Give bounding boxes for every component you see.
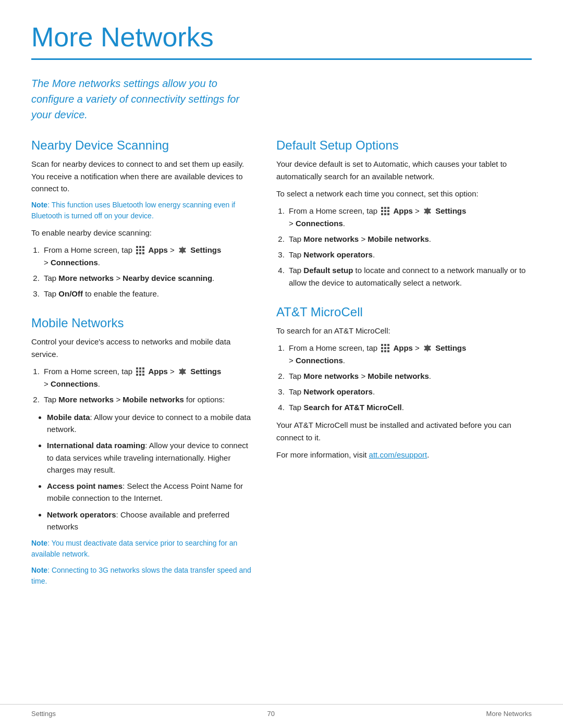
svg-rect-26 bbox=[381, 213, 383, 215]
note-3g: Note: Connecting to 3G networks slows th… bbox=[31, 565, 255, 587]
settings-label: Settings bbox=[190, 245, 221, 254]
nearby-step-2: Tap More networks > Nearby device scanni… bbox=[42, 272, 255, 285]
att-step-3: Tap Network operators. bbox=[287, 386, 532, 398]
svg-rect-16 bbox=[136, 374, 138, 376]
nearby-steps-intro: To enable nearby device scanning: bbox=[31, 227, 255, 239]
nearby-note: Note: This function uses Bluetooth low e… bbox=[31, 200, 255, 221]
svg-rect-6 bbox=[136, 252, 138, 254]
svg-rect-5 bbox=[142, 249, 144, 251]
svg-rect-8 bbox=[142, 252, 144, 254]
svg-rect-27 bbox=[384, 213, 386, 215]
svg-rect-38 bbox=[387, 350, 389, 352]
svg-rect-21 bbox=[384, 207, 386, 209]
ds-step-3: Tap Network operators. bbox=[287, 249, 532, 261]
att-desc1: Your AT&T MicroCell must be installed an… bbox=[276, 419, 532, 443]
two-col-layout: Nearby Device Scanning Scan for nearby d… bbox=[31, 138, 532, 592]
apps-icon bbox=[136, 245, 145, 255]
right-column: Default Setup Options Your device defaul… bbox=[276, 138, 532, 592]
intro-text: The More networks settings allow you to … bbox=[31, 76, 250, 122]
nearby-step-3: Tap On/Off to enable the feature. bbox=[42, 288, 255, 300]
settings-icon bbox=[178, 245, 187, 255]
svg-rect-1 bbox=[139, 246, 141, 248]
att-step-1: From a Home screen, tap Apps > Settings … bbox=[287, 342, 532, 367]
svg-rect-11 bbox=[139, 367, 141, 369]
default-setup-desc1: Your device default is set to Automatic,… bbox=[276, 158, 532, 182]
ds-step-1: From a Home screen, tap Apps > Settings … bbox=[287, 205, 532, 230]
default-setup-desc2: To select a network each time you connec… bbox=[276, 188, 532, 200]
intl-roaming-item: International data roaming: Allow your d… bbox=[47, 439, 255, 476]
nearby-steps-list: From a Home screen, tap Apps > Settings … bbox=[42, 244, 255, 300]
left-column: Nearby Device Scanning Scan for nearby d… bbox=[31, 138, 255, 592]
access-point-item: Access point names: Select the Access Po… bbox=[47, 480, 255, 504]
apps-icon-2 bbox=[136, 367, 145, 376]
svg-rect-23 bbox=[381, 210, 383, 212]
svg-rect-12 bbox=[142, 367, 144, 369]
att-steps: From a Home screen, tap Apps > Settings … bbox=[287, 342, 532, 414]
att-step-2: Tap More networks > Mobile networks. bbox=[287, 370, 532, 382]
svg-rect-32 bbox=[387, 344, 389, 346]
svg-rect-17 bbox=[139, 374, 141, 376]
note-deactivate: Note: You must deactivate data service p… bbox=[31, 538, 255, 560]
settings-icon-2 bbox=[178, 367, 187, 376]
mobile-steps-list: From a Home screen, tap Apps > Settings … bbox=[42, 365, 255, 406]
nearby-desc: Scan for nearby devices to connect to an… bbox=[31, 158, 255, 194]
apps-icon-4 bbox=[381, 343, 390, 353]
svg-rect-18 bbox=[142, 374, 144, 376]
svg-rect-2 bbox=[142, 246, 144, 248]
svg-rect-7 bbox=[139, 252, 141, 254]
ds-step-4: Tap Default setup to locate and connect … bbox=[287, 264, 532, 289]
svg-rect-13 bbox=[136, 371, 138, 373]
apps-icon-3 bbox=[381, 206, 390, 216]
svg-rect-34 bbox=[384, 347, 386, 349]
page-container: More Networks The More networks settings… bbox=[0, 0, 563, 728]
svg-rect-28 bbox=[387, 213, 389, 215]
ds-step-2: Tap More networks > Mobile networks. bbox=[287, 233, 532, 245]
svg-rect-22 bbox=[387, 207, 389, 209]
svg-rect-14 bbox=[139, 371, 141, 373]
network-operators-item: Network operators: Choose available and … bbox=[47, 509, 255, 533]
mobile-data-item: Mobile data: Allow your device to connec… bbox=[47, 411, 255, 436]
svg-rect-35 bbox=[387, 347, 389, 349]
default-setup-steps: From a Home screen, tap Apps > Settings … bbox=[287, 205, 532, 289]
svg-rect-30 bbox=[381, 344, 383, 346]
svg-rect-10 bbox=[136, 367, 138, 369]
mobile-step-2: Tap More networks > Mobile networks for … bbox=[42, 393, 255, 406]
footer-center: 70 bbox=[267, 710, 275, 718]
svg-rect-37 bbox=[384, 350, 386, 352]
svg-rect-0 bbox=[136, 246, 138, 248]
mobile-desc: Control your device's access to networks… bbox=[31, 336, 255, 360]
section-title-att: AT&T MicroCell bbox=[276, 305, 532, 319]
att-desc2: For more information, visit att.com/esup… bbox=[276, 449, 532, 461]
svg-rect-20 bbox=[381, 207, 383, 209]
section-title-nearby: Nearby Device Scanning bbox=[31, 138, 255, 153]
apps-label: Apps bbox=[148, 245, 168, 254]
svg-rect-3 bbox=[136, 249, 138, 251]
att-link[interactable]: att.com/esupport bbox=[369, 450, 427, 459]
svg-rect-25 bbox=[387, 210, 389, 212]
svg-rect-31 bbox=[384, 344, 386, 346]
divider bbox=[31, 58, 532, 60]
footer-left: Settings bbox=[31, 710, 56, 718]
nearby-step-1: From a Home screen, tap Apps > Settings … bbox=[42, 244, 255, 269]
svg-rect-4 bbox=[139, 249, 141, 251]
footer-right: More Networks bbox=[486, 710, 532, 718]
svg-rect-36 bbox=[381, 350, 383, 352]
mobile-step-1: From a Home screen, tap Apps > Settings … bbox=[42, 365, 255, 390]
section-title-default-setup: Default Setup Options bbox=[276, 138, 532, 153]
page-footer: Settings 70 More Networks bbox=[0, 704, 563, 718]
section-title-mobile: Mobile Networks bbox=[31, 316, 255, 330]
mobile-bullet-list: Mobile data: Allow your device to connec… bbox=[47, 411, 255, 533]
settings-icon-4 bbox=[423, 343, 432, 353]
svg-rect-15 bbox=[142, 371, 144, 373]
svg-rect-24 bbox=[384, 210, 386, 212]
att-step-4: Tap Search for AT&T MicroCell. bbox=[287, 401, 532, 414]
page-title: More Networks bbox=[31, 21, 532, 53]
svg-rect-33 bbox=[381, 347, 383, 349]
settings-icon-3 bbox=[423, 206, 432, 216]
att-intro: To search for an AT&T MicroCell: bbox=[276, 325, 532, 337]
